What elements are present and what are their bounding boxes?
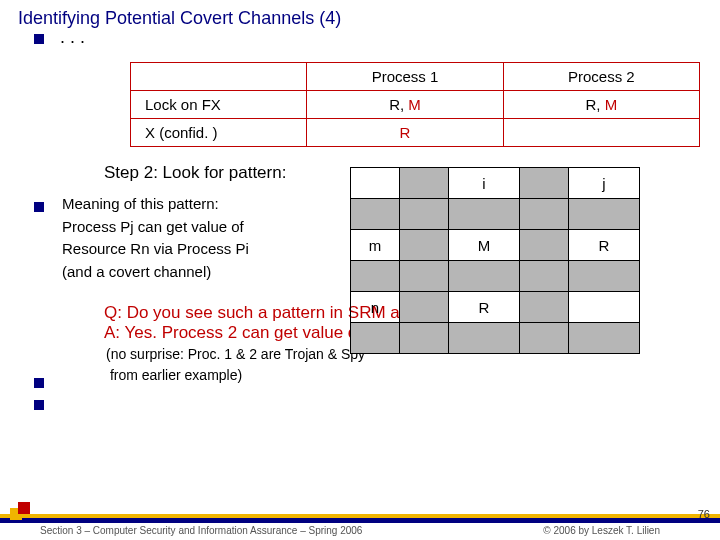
pat-row-n: n — [351, 292, 400, 323]
pat-row-m: m — [351, 230, 400, 261]
pat-shaded — [449, 199, 520, 230]
pat-col-j: j — [569, 168, 640, 199]
pat-M: M — [449, 230, 520, 261]
srm-row1-label: Lock on FX — [131, 91, 307, 119]
pat-shaded — [400, 261, 449, 292]
corner-square-icon — [18, 502, 30, 514]
pat-shaded — [400, 168, 449, 199]
pat-shaded — [520, 292, 569, 323]
slide-title: Identifying Potential Covert Channels (4… — [0, 0, 720, 29]
pat-shaded — [400, 292, 449, 323]
pat-R-top: R — [569, 230, 640, 261]
pat-shaded — [449, 261, 520, 292]
srm-r1c2: R, M — [503, 91, 699, 119]
pat-shaded — [351, 199, 400, 230]
footer-left: Section 3 – Computer Security and Inform… — [40, 525, 362, 536]
lower-section: Meaning of this pattern: Process Pj can … — [60, 193, 700, 283]
bullet-icon — [34, 34, 44, 44]
meaning-line: Resource Rn via Process Pi — [62, 238, 362, 261]
pat-shaded — [520, 168, 569, 199]
pat-shaded — [400, 199, 449, 230]
pat-shaded — [520, 199, 569, 230]
meaning-line: (and a covert channel) — [62, 261, 362, 284]
pat-R-bottom: R — [449, 292, 520, 323]
pat-shaded — [400, 230, 449, 261]
bullet-icon — [34, 202, 44, 212]
pat-shaded — [569, 199, 640, 230]
pat-shaded — [449, 323, 520, 354]
srm-row2-label: X (confid. ) — [131, 119, 307, 147]
srm-col1-header: Process 1 — [307, 63, 503, 91]
pat-shaded — [351, 323, 400, 354]
pattern-meaning: Meaning of this pattern: Process Pj can … — [62, 193, 362, 283]
meaning-line: Process Pj can get value of — [62, 216, 362, 239]
meaning-line: Meaning of this pattern: — [62, 193, 362, 216]
footer-right: © 2006 by Leszek T. Lilien — [543, 525, 660, 536]
pat-shaded — [400, 323, 449, 354]
pat-shaded — [351, 261, 400, 292]
pat-corner — [351, 168, 400, 199]
pat-empty — [569, 292, 640, 323]
content-area: . . . Process 1 Process 2 Lock on FX R, … — [0, 29, 720, 385]
pat-shaded — [569, 261, 640, 292]
page-number: 76 — [698, 508, 710, 520]
pat-shaded — [520, 261, 569, 292]
pat-col-i: i — [449, 168, 520, 199]
srm-r1c1: R, M — [307, 91, 503, 119]
srm-corner — [131, 63, 307, 91]
srm-col2-header: Process 2 — [503, 63, 699, 91]
pat-shaded — [569, 323, 640, 354]
srm-r2c2 — [503, 119, 699, 147]
srm-table: Process 1 Process 2 Lock on FX R, M R, M… — [130, 62, 700, 147]
footer-divider — [0, 514, 720, 518]
srm-r2c1: R — [307, 119, 503, 147]
ellipsis: . . . — [60, 27, 700, 48]
bullet-icon — [34, 378, 44, 388]
pattern-table: i j m M R — [350, 167, 640, 354]
qa-note2: from earlier example) — [106, 366, 700, 385]
pat-shaded — [520, 230, 569, 261]
pat-shaded — [520, 323, 569, 354]
bullet-icon — [34, 400, 44, 410]
